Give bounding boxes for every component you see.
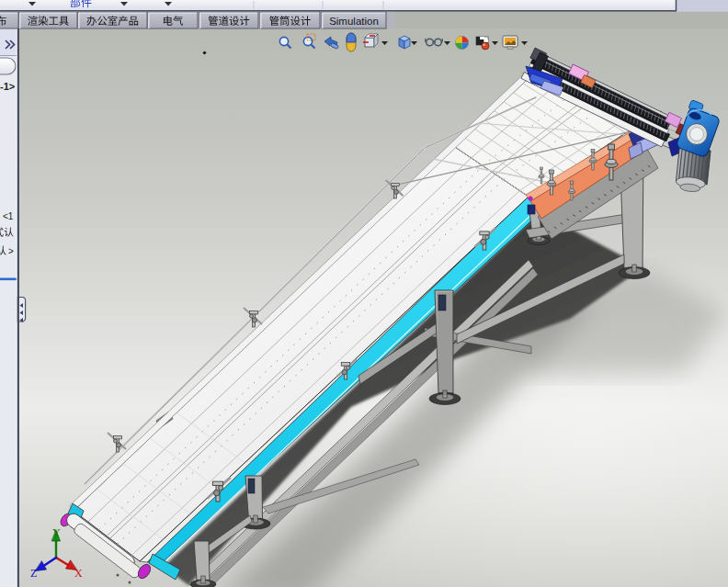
svg-text:Simulation: Simulation xyxy=(329,16,379,27)
svg-text:>: > xyxy=(8,246,14,256)
svg-text:X: X xyxy=(74,567,83,580)
svg-text:-1>: -1> xyxy=(0,81,15,92)
svg-text:<1: <1 xyxy=(3,211,14,221)
svg-text:Y: Y xyxy=(52,526,61,539)
svg-text:Z: Z xyxy=(30,567,37,580)
